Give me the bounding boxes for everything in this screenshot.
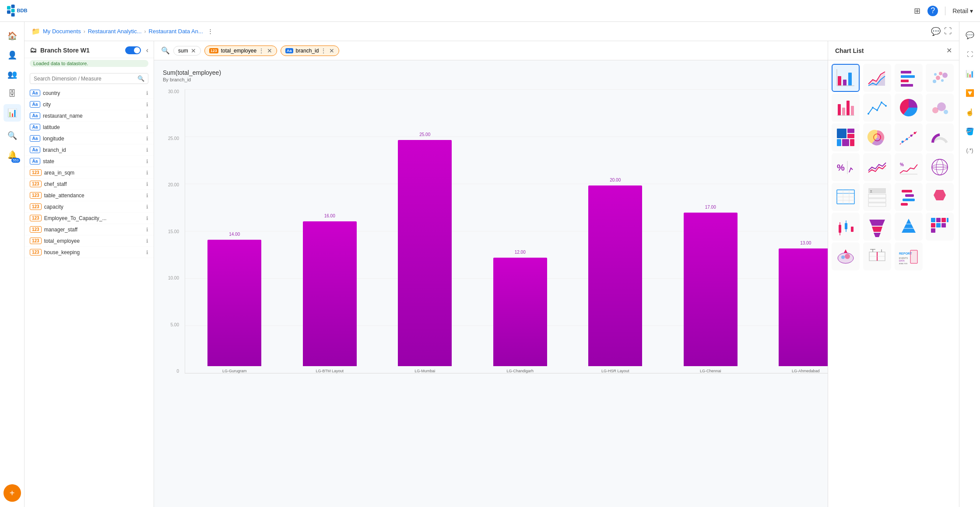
list-item[interactable]: Aa longitude ℹ: [25, 133, 154, 144]
list-item[interactable]: 123 capacity ℹ: [25, 201, 154, 213]
chart-type-sunburst[interactable]: [863, 123, 891, 151]
chart-type-boxplot[interactable]: [863, 242, 891, 270]
bar[interactable]: 17.00: [684, 213, 738, 366]
list-item[interactable]: 123 manager_staff ℹ: [25, 224, 154, 235]
bar[interactable]: 25.00: [398, 140, 452, 366]
breadcrumb-restaurant-analytics[interactable]: Restaurant Analytic...: [88, 28, 142, 35]
right-icon-bucket[interactable]: 🪣: [962, 123, 978, 139]
field-info-icon[interactable]: ℹ: [146, 192, 148, 199]
list-item[interactable]: 123 table_attendance ℹ: [25, 190, 154, 201]
breadcrumb-more-icon[interactable]: ⋮: [207, 28, 213, 35]
chart-type-sparkline[interactable]: [863, 153, 891, 181]
sidebar-item-database[interactable]: 🗄: [4, 85, 21, 102]
search-input[interactable]: [34, 76, 135, 82]
bar-group[interactable]: 16.00LG-BTM Layout: [285, 89, 375, 373]
grid-icon[interactable]: ⊞: [914, 6, 920, 16]
list-item[interactable]: 123 area_in_sqm ℹ: [25, 167, 154, 178]
right-icon-expand[interactable]: ⛶: [962, 46, 978, 62]
chip-close-branch-id[interactable]: ✕: [329, 48, 334, 54]
field-info-icon[interactable]: ℹ: [146, 249, 148, 255]
filter-chip-total-employee[interactable]: 123 total_employee ⋮ ✕: [204, 45, 277, 56]
chart-type-pyramid[interactable]: [895, 213, 923, 241]
chart-type-area-chart[interactable]: [863, 64, 891, 92]
chart-type-pie-chart[interactable]: [895, 94, 923, 122]
chart-type-geo-chart[interactable]: [926, 153, 954, 181]
right-icon-barchart[interactable]: 📊: [962, 66, 978, 81]
chart-type-pivot-table[interactable]: Σ: [863, 183, 891, 211]
list-item[interactable]: 123 total_employee ℹ: [25, 235, 154, 247]
chart-type-tile-chart[interactable]: [926, 213, 954, 241]
field-info-icon[interactable]: ℹ: [146, 170, 148, 176]
field-info-icon[interactable]: ℹ: [146, 181, 148, 187]
chart-type-kpi-trend[interactable]: %: [895, 153, 923, 181]
list-item[interactable]: Aa branch_id ℹ: [25, 144, 154, 156]
sidebar-item-search[interactable]: 🔍: [4, 127, 21, 144]
field-info-icon[interactable]: ℹ: [146, 101, 148, 108]
right-icon-filter[interactable]: 🔽: [962, 85, 978, 101]
chart-type-bar-chart[interactable]: [832, 64, 860, 92]
sidebar-item-home[interactable]: 🏠: [4, 27, 21, 45]
chart-type-horizontal-bar[interactable]: [895, 64, 923, 92]
sidebar-item-analytics[interactable]: 📊: [4, 104, 21, 122]
chart-type-geo-bubble[interactable]: [832, 242, 860, 270]
right-icon-pointer[interactable]: ☝: [962, 104, 978, 120]
filter-chip-branch-id[interactable]: Aa branch_id ⋮ ✕: [281, 45, 339, 56]
list-item[interactable]: 123 chef_staff ℹ: [25, 178, 154, 190]
bar-group[interactable]: 20.00LG-HSR Layout: [570, 89, 660, 373]
close-panel-icon[interactable]: ‹: [146, 46, 148, 54]
chart-type-table-view[interactable]: [832, 183, 860, 211]
list-item[interactable]: Aa country ℹ: [25, 87, 154, 99]
chart-type-gauge[interactable]: [926, 123, 954, 151]
filter-search-icon[interactable]: 🔍: [161, 46, 170, 55]
chart-type-gantt-chart[interactable]: [895, 183, 923, 211]
breadcrumb-current[interactable]: Restaurant Data An...: [149, 28, 203, 35]
field-info-icon[interactable]: ℹ: [146, 136, 148, 142]
bar[interactable]: 20.00: [588, 185, 642, 366]
sidebar-item-group[interactable]: 👥: [4, 66, 21, 83]
filter-chip-sum[interactable]: sum ✕: [173, 46, 201, 56]
chip-dots[interactable]: ⋮: [320, 47, 327, 54]
chart-type-bubble-chart[interactable]: [926, 94, 954, 122]
field-info-icon[interactable]: ℹ: [146, 204, 148, 210]
chip-dots[interactable]: ⋮: [258, 47, 264, 54]
expand-icon[interactable]: ⛶: [944, 27, 952, 36]
chart-type-line-chart[interactable]: [863, 94, 891, 122]
bar[interactable]: 12.00: [493, 258, 547, 366]
bar[interactable]: 13.00: [779, 248, 832, 366]
right-icon-chat[interactable]: 💬: [962, 27, 978, 43]
chart-type-scatter-plot[interactable]: [926, 64, 954, 92]
chart-list-close-icon[interactable]: ✕: [946, 46, 952, 55]
field-info-icon[interactable]: ℹ: [146, 124, 148, 130]
chart-type-funnel-chart[interactable]: [863, 213, 891, 241]
list-item[interactable]: Aa latitude ℹ: [25, 122, 154, 133]
bar-group[interactable]: 17.00LG-Chennai: [666, 89, 756, 373]
bar-group[interactable]: 25.00LG-Mumbai: [380, 89, 470, 373]
bar[interactable]: 14.00: [207, 240, 261, 366]
chart-type-statistical[interactable]: REPORTEVENTSDATAANALYSIS: [895, 242, 923, 270]
field-info-icon[interactable]: ℹ: [146, 113, 148, 119]
chart-type-scatter-line[interactable]: [895, 123, 923, 151]
list-item[interactable]: 123 Employee_To_Capacity_... ℹ: [25, 213, 154, 224]
chart-type-candlestick[interactable]: [832, 213, 860, 241]
field-info-icon[interactable]: ℹ: [146, 215, 148, 221]
field-info-icon[interactable]: ℹ: [146, 147, 148, 153]
field-info-icon[interactable]: ℹ: [146, 158, 148, 164]
field-info-icon[interactable]: ℹ: [146, 238, 148, 244]
field-info-icon[interactable]: ℹ: [146, 90, 148, 96]
list-item[interactable]: Aa city ℹ: [25, 99, 154, 110]
sidebar-item-user[interactable]: 👤: [4, 46, 21, 64]
sidebar-item-alerts[interactable]: 🔔 553: [4, 146, 21, 164]
bar-group[interactable]: 14.00LG-Gurugram: [190, 89, 280, 373]
chart-type-shape-map[interactable]: [926, 183, 954, 211]
chart-type-column-chart-2[interactable]: [832, 94, 860, 122]
chart-type-kpi-percent[interactable]: %: [832, 153, 860, 181]
comment-icon[interactable]: 💬: [931, 27, 941, 36]
help-icon[interactable]: ?: [927, 6, 938, 16]
breadcrumb-my-documents[interactable]: My Documents: [43, 28, 81, 35]
create-button[interactable]: +: [4, 484, 21, 502]
list-item[interactable]: Aa state ℹ: [25, 156, 154, 167]
field-info-icon[interactable]: ℹ: [146, 227, 148, 233]
data-toggle[interactable]: [125, 46, 141, 54]
chip-close-sum[interactable]: ✕: [191, 48, 196, 54]
bar[interactable]: 16.00: [303, 221, 357, 366]
